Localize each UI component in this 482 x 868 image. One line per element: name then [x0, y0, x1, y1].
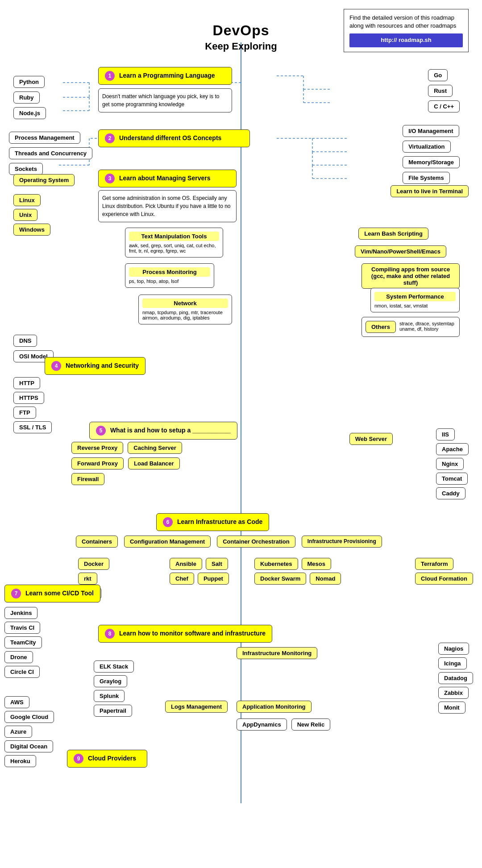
proc-mon-title: Process Monitoring — [142, 269, 196, 275]
s9-label: Cloud Providers — [88, 755, 136, 762]
logs-box: Logs Management — [165, 701, 228, 713]
s8-infra-mon: Infrastructure Monitoring — [237, 647, 317, 659]
s1-badge: 1 — [105, 71, 115, 81]
s9-badge: 9 — [74, 754, 83, 764]
s5-ws-items: IIS Apache Nginx Tomcat Caddy — [436, 428, 469, 499]
vim-box: Vim/Nano/PowerShell/Emacs — [355, 245, 446, 257]
footer-text: Keep Exploring — [205, 41, 277, 52]
fw-box: Firewall — [71, 473, 104, 485]
s7-label: Learn some CI/CD Tool — [25, 590, 94, 597]
s3-os-group: Operating System Linux Unix Windows — [13, 174, 75, 236]
lb-box: Load Balancer — [128, 457, 180, 469]
network-title: Network — [174, 300, 196, 307]
s4-main-box: 4 Networking and Security — [45, 357, 145, 375]
terraform-box: Terraform — [415, 558, 453, 570]
text-manip-box: Text Manipulation Tools awk, sed, grep, … — [125, 228, 223, 257]
config-items: Ansible Salt Chef Puppet — [170, 558, 229, 585]
icinga-box: Icinga — [438, 657, 467, 669]
sockets-box: Sockets — [9, 163, 43, 175]
s4-label: Networking and Security — [66, 362, 139, 369]
webserver-box: Web Server — [349, 433, 393, 445]
s4-right-group: HTTP HTTPS FTP SSL / TLS — [13, 377, 52, 433]
ftp-box: FTP — [13, 407, 36, 419]
s5-badge: 5 — [96, 426, 106, 436]
teamcity-box: TeamCity — [4, 636, 42, 648]
proc-mon-desc: ps, top, htop, atop, lsof — [129, 278, 210, 284]
chef-box: Chef — [170, 573, 194, 585]
s3-main-box: 3 Learn about Managing Servers Get some … — [98, 170, 237, 222]
papertrail-box: Papertrail — [94, 705, 132, 717]
azure-box: Azure — [4, 726, 32, 738]
s6-label: Learn Infrastructure as Code — [177, 518, 262, 525]
s9-main-box: 9 Cloud Providers — [67, 750, 147, 768]
newrelic-box: New Relic — [291, 718, 330, 731]
virt-box: Virtualization — [403, 141, 450, 153]
infra-prov-items: Terraform Cloud Formation — [415, 558, 473, 585]
config-mgmt-cat: Configuration Management — [124, 536, 211, 548]
s8-logs-items: ELK Stack Graylog Splunk Papertrail — [94, 660, 134, 717]
vim-label: Vim/Nano/PowerShell/Emacs — [355, 245, 446, 257]
circle-box: Circle CI — [4, 666, 40, 678]
puppet-box: Puppet — [198, 573, 229, 585]
s3-terminal-box: Learn to live in Terminal — [391, 185, 469, 197]
splunk-box: Splunk — [94, 690, 125, 702]
bash-box: Learn Bash Scripting — [358, 228, 428, 240]
s1-main-box: 1 Learn a Programming Language Doesn't m… — [98, 67, 232, 112]
io-mgmt-box: I/O Management — [403, 125, 459, 137]
network-desc: nmap, tcpdump, ping, mtr, traceroute air… — [142, 310, 228, 320]
rev-proxy-box: Reverse Proxy — [71, 442, 123, 454]
cf-box: Cloud Formation — [415, 573, 473, 585]
s1-left-group: Python Ruby Node.js — [13, 76, 46, 119]
ansible-box: Ansible — [170, 558, 202, 570]
text-manip-desc: awk, sed, grep, sort, uniq, cat, cut ech… — [129, 243, 219, 253]
proc-mgmt-box: Process Management — [9, 132, 80, 144]
https-box: HTTPS — [13, 392, 44, 404]
orch-items: Kubernetes Mesos Docker Swarm Nomad — [254, 558, 341, 585]
linux-box: Linux — [13, 194, 41, 206]
s5-items-group: Reverse Proxy Caching Server Forward Pro… — [71, 442, 182, 485]
s3-label: Learn about Managing Servers — [119, 174, 211, 182]
heroku-box: Heroku — [4, 755, 36, 767]
elk-box: ELK Stack — [94, 660, 134, 673]
s5-webserver-group: Web Server — [349, 433, 393, 445]
http-box: HTTP — [13, 377, 40, 389]
s3-badge: 3 — [105, 174, 115, 183]
nagios-box: Nagios — [438, 643, 469, 655]
graylog-box: Graylog — [94, 675, 127, 687]
rkt-box: rkt — [78, 573, 97, 585]
s5-label: What is and how to setup a ___________ — [110, 427, 231, 434]
text-manip-title: Text Manipulation Tools — [141, 233, 207, 240]
sys-perf-title: System Performance — [386, 293, 444, 300]
s2-badge: 2 — [105, 133, 115, 143]
infra-prov-cat: Infrastructure Provisioning — [302, 536, 382, 548]
s8-app-items: AppDynamics New Relic — [237, 718, 330, 731]
terminal-box: Learn to live in Terminal — [391, 185, 469, 197]
rust-box: Rust — [428, 85, 453, 97]
nodejs-box: Node.js — [13, 107, 46, 119]
caddy-box: Caddy — [436, 487, 465, 499]
compile-box: Compiling apps from source (gcc, make an… — [362, 263, 460, 289]
s7-main-box: 7 Learn some CI/CD Tool — [4, 585, 100, 602]
sys-perf-desc: nmon, iostat, sar, vmstat — [374, 303, 456, 308]
container-orch-cat: Container Orchestration — [217, 536, 295, 548]
unix-box: Unix — [13, 209, 37, 221]
s8-badge: 8 — [105, 629, 115, 639]
windows-box: Windows — [13, 224, 50, 236]
s6-categories: Containers Configuration Management Cont… — [76, 536, 382, 548]
digitalocean-box: Digital Ocean — [4, 740, 53, 752]
s1-note: Doesn't matter which language you pick, … — [102, 93, 219, 108]
cpp-box: C / C++ — [428, 100, 460, 112]
s8-main-box: 8 Learn how to monitor software and infr… — [98, 625, 272, 643]
page-title: DevOps — [213, 9, 270, 43]
datadog-box: Datadog — [438, 672, 473, 684]
s7-items: Jenkins Travis CI TeamCity Drone Circle … — [4, 607, 42, 678]
containers-cat: Containers — [76, 536, 118, 548]
ssl-box: SSL / TLS — [13, 421, 52, 433]
travis-box: Travis CI — [4, 622, 40, 634]
s6-main-box: 6 Learn Infrastructure as Code — [156, 513, 269, 531]
app-mon-box: Application Monitoring — [237, 701, 312, 713]
s1-label: Learn a Programming Language — [119, 72, 215, 79]
compile-label: Compiling apps from source (gcc, make an… — [362, 263, 460, 289]
dns-box: DNS — [13, 335, 37, 347]
nomad-box: Nomad — [310, 573, 341, 585]
